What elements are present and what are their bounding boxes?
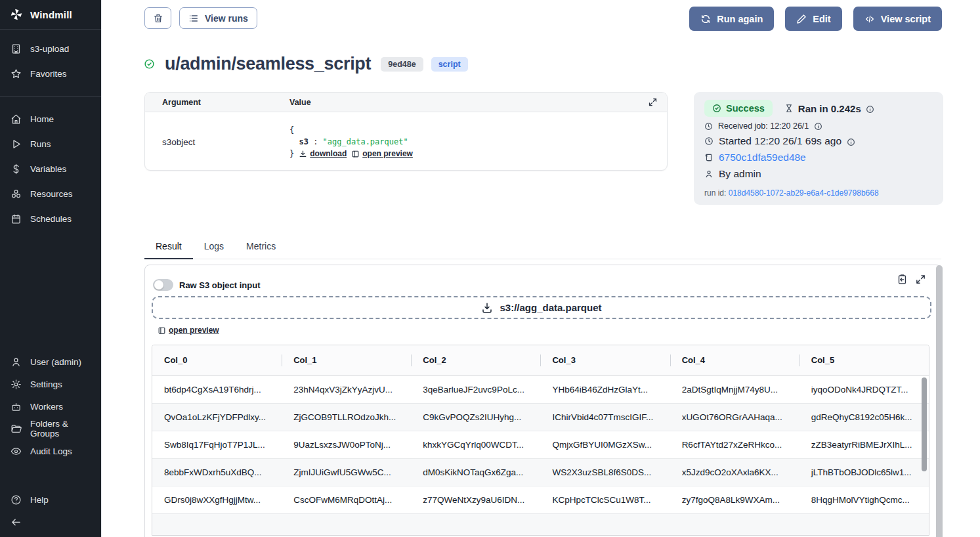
table-cell: jLThBTbOBJODlc65lw1... [799, 458, 929, 486]
sidebar-item-favorites[interactable]: Favorites [0, 61, 101, 86]
run-id-link[interactable]: 018d4580-1072-ab29-e6a4-c1de9798b668 [729, 188, 879, 198]
table-cell: x5Jzd9cO2oXAxla6KX... [670, 458, 799, 486]
sidebar-item-label: s3-upload [30, 44, 69, 54]
info-icon[interactable] [814, 122, 822, 131]
sidebar-item-settings[interactable]: Settings [0, 373, 101, 395]
user-icon [11, 356, 22, 368]
user-icon [704, 169, 714, 179]
job-hash-link[interactable]: 6750c1dfa59ed48e [719, 152, 806, 163]
expand-icon[interactable] [648, 97, 658, 107]
view-script-button[interactable]: View script [853, 7, 942, 31]
table-cell: QvOa1oLzKFjYDFPdlxy... [152, 403, 282, 431]
sidebar-item-runs[interactable]: Runs [0, 131, 101, 156]
table-cell: zZB3eatyrRiBMEJrXIhL... [799, 431, 929, 458]
delete-button[interactable] [144, 7, 171, 29]
json-key: s3 [299, 137, 308, 146]
json-open-brace: { [289, 124, 667, 136]
code-icon [864, 14, 875, 24]
sidebar-item-label: Variables [30, 164, 66, 174]
tab-logs[interactable]: Logs [193, 238, 235, 259]
copy-icon[interactable] [897, 274, 908, 285]
sidebar-item-audit-logs[interactable]: Audit Logs [0, 440, 101, 462]
script-type-badge: script [431, 57, 468, 72]
raw-s3-toggle[interactable] [153, 279, 173, 291]
table-cell: zy7fgoQ8A8Lk9WXAm... [670, 486, 799, 513]
json-colon: : [313, 137, 318, 146]
run-again-label: Run again [717, 14, 763, 24]
info-icon[interactable] [866, 104, 874, 113]
tab-result[interactable]: Result [144, 238, 193, 259]
args-col-argument: Argument [145, 98, 289, 107]
sidebar-item-variables[interactable]: Variables [0, 156, 101, 181]
raw-s3-toggle-label: Raw S3 object input [179, 280, 261, 290]
sidebar-item-home[interactable]: Home [0, 106, 101, 131]
download-icon [299, 150, 307, 158]
hourglass-icon [784, 104, 794, 113]
table-cell: GDrs0j8wXXgfHgjjMtw... [152, 486, 282, 513]
sidebar-item-s3-upload[interactable]: s3-upload [0, 36, 101, 61]
star-icon [11, 68, 22, 79]
column-header: Col_2 [411, 345, 540, 376]
maximize-icon[interactable] [915, 274, 926, 285]
sidebar-item-user[interactable]: User (admin) [0, 351, 101, 373]
s3-download-button[interactable]: s3://agg_data.parquet [152, 296, 931, 319]
table-cell: R6cfTAYtd27xZeRHkco... [670, 431, 799, 458]
check-circle-icon [144, 58, 155, 70]
download-link[interactable]: download [299, 148, 347, 160]
table-cell: QmjxGfBYUI0MGzXSw... [540, 431, 670, 458]
s3-path-text: s3://agg_data.parquet [500, 302, 601, 313]
open-preview-link[interactable]: open preview [351, 148, 413, 160]
column-header: Col_4 [670, 345, 799, 376]
dollar-icon [11, 163, 22, 175]
sidebar-item-label: Audit Logs [30, 446, 72, 456]
edit-button[interactable]: Edit [785, 7, 842, 31]
json-string-value: "agg_data.parquet" [323, 137, 408, 146]
sidebar-item-label: Home [30, 114, 54, 124]
sidebar-divider [0, 97, 101, 97]
table-cell: iyqoODoNk4JRDQTZT... [799, 376, 929, 403]
eye-icon [11, 446, 22, 457]
open-preview-link[interactable]: open preview [158, 326, 219, 335]
sidebar-item-workers[interactable]: Workers [0, 395, 101, 418]
sidebar-item-schedules[interactable]: Schedules [0, 206, 101, 231]
scroll-icon [704, 153, 714, 162]
sidebar-item-folders-groups[interactable]: Folders & Groups [0, 418, 101, 440]
brand[interactable]: Windmill [0, 0, 101, 30]
trash-icon [153, 13, 163, 24]
run-again-button[interactable]: Run again [689, 7, 774, 31]
building-icon [11, 43, 22, 54]
sidebar-item-label: Folders & Groups [30, 419, 91, 439]
panel-preview-icon [158, 326, 166, 335]
result-tabs: Result Logs Metrics [144, 238, 941, 259]
sidebar-item-label: Help [30, 495, 49, 505]
table-cell: z77QWeNtXzy9aU6IDN... [411, 486, 540, 513]
info-icon[interactable] [847, 137, 855, 146]
column-header: Col_3 [540, 345, 670, 376]
view-runs-button[interactable]: View runs [179, 7, 257, 29]
arg-name: s3object [145, 124, 289, 160]
table-cell: bt6dp4CgXsA19T6hdrj... [152, 376, 282, 403]
table-cell: khxkYGCqYrlq00WCDT... [411, 431, 540, 458]
sidebar-item-label: Settings [30, 379, 62, 389]
table-cell: ZjmIJUiGwfU5GWw5C... [282, 458, 411, 486]
table-cell: xUGOt76ORGrAAHaqa... [670, 403, 799, 431]
table-row: Swb8Iq17FqHjoT7P1JL... 9UazLsxzsJW0oPToN… [152, 431, 929, 458]
sidebar-item-resources[interactable]: Resources [0, 181, 101, 206]
job-status-panel: Success Ran in 0.242s Received job: 12:2… [694, 92, 943, 205]
column-header: Col_5 [799, 345, 929, 376]
sidebar-item-help[interactable]: Help [0, 488, 101, 511]
table-scrollbar[interactable] [922, 377, 927, 471]
json-close-brace: } [289, 148, 294, 160]
table-empty-row [152, 513, 929, 535]
received-job-text: Received job: 12:20 26/1 [718, 121, 809, 131]
table-cell: 23hN4qxV3jZkYyAzjvU... [282, 376, 411, 403]
panel-scrollbar[interactable] [936, 265, 943, 537]
arguments-table: Argument Value s3object { s3 : "agg_data… [144, 92, 668, 171]
sidebar-item-label: Resources [30, 189, 73, 199]
table-cell: WS2X3uzSBL8f6S0DS... [540, 458, 670, 486]
column-header: Col_1 [282, 345, 411, 376]
arrow-left-icon [11, 517, 22, 528]
brand-name: Windmill [30, 9, 72, 20]
tab-metrics[interactable]: Metrics [235, 238, 287, 259]
collapse-sidebar-button[interactable] [0, 511, 101, 533]
